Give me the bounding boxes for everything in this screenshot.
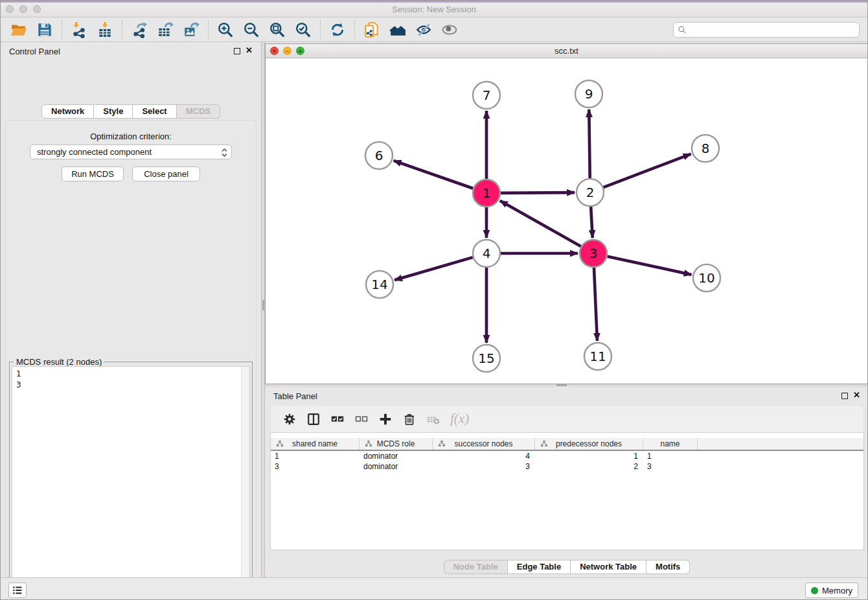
- tab-mcds[interactable]: MCDS: [177, 104, 220, 119]
- clone-network-button[interactable]: [360, 19, 383, 40]
- table-settings-button[interactable]: [279, 409, 301, 430]
- column-header-MCDS-role[interactable]: MCDS role: [360, 438, 433, 450]
- zoom-out-button[interactable]: [240, 19, 263, 40]
- table-cell[interactable]: 1: [535, 451, 643, 461]
- hide-selected-button[interactable]: [412, 19, 435, 40]
- column-header-predecessor-nodes[interactable]: predecessor nodes: [535, 438, 643, 450]
- table-cell[interactable]: 3: [271, 461, 360, 472]
- tab-edge-table[interactable]: Edge Table: [508, 560, 571, 574]
- export-image-button[interactable]: [179, 19, 203, 40]
- node-label-11: 11: [589, 349, 606, 364]
- refresh-button[interactable]: [326, 19, 349, 40]
- table-toolbar: f(x): [270, 405, 864, 432]
- memory-button[interactable]: Memory: [805, 583, 858, 598]
- houses-icon: [389, 21, 406, 38]
- delete-table-button: [422, 409, 444, 430]
- delete-column-button[interactable]: [398, 409, 420, 430]
- control-panel-title: Control Panel: [9, 47, 60, 56]
- node-label-6: 6: [375, 148, 383, 163]
- select-all-rows-button[interactable]: [326, 409, 348, 430]
- table-cell[interactable]: 4: [433, 451, 535, 461]
- result-scrollbar[interactable]: [241, 367, 249, 600]
- network-view-title: scc.txt: [266, 46, 867, 56]
- search-input[interactable]: [673, 22, 860, 38]
- table-cell[interactable]: dominator: [360, 461, 433, 472]
- node-label-1: 1: [483, 185, 491, 201]
- edge-1-6[interactable]: [394, 161, 474, 189]
- export-network-icon: [131, 21, 148, 38]
- edge-2-9[interactable]: [589, 110, 589, 178]
- export-table-button[interactable]: [154, 19, 177, 40]
- gear-icon: [282, 412, 297, 426]
- float-panel-icon[interactable]: [234, 48, 240, 54]
- show-all-button[interactable]: [438, 19, 461, 40]
- memory-status-icon: [811, 587, 818, 594]
- zoom-fit-icon: [269, 21, 286, 38]
- import-network-button[interactable]: [67, 19, 91, 40]
- node-label-14: 14: [371, 277, 387, 292]
- edge-1-2[interactable]: [501, 192, 575, 193]
- close-panel-icon[interactable]: ✕: [853, 390, 860, 400]
- column-header-name[interactable]: name: [643, 438, 698, 450]
- table-cell[interactable]: 1: [643, 451, 698, 461]
- show-columns-button[interactable]: [303, 409, 325, 430]
- tab-network-table[interactable]: Network Table: [571, 560, 646, 574]
- node-table: shared nameMCDS rolesuccessor nodesprede…: [270, 432, 864, 550]
- node-label-10: 10: [698, 270, 714, 286]
- float-panel-icon[interactable]: [841, 393, 848, 399]
- run-mcds-button[interactable]: Run MCDS: [62, 167, 124, 181]
- tab-style[interactable]: Style: [94, 104, 133, 119]
- close-panel-icon[interactable]: ✕: [246, 45, 253, 55]
- clone-network-icon: [363, 21, 380, 38]
- network-window-titlebar[interactable]: ✕ − + scc.txt: [266, 44, 867, 58]
- table-cell[interactable]: 3: [433, 461, 535, 472]
- column-header-shared-name[interactable]: shared name: [271, 438, 360, 450]
- table-cell[interactable]: dominator: [360, 451, 433, 461]
- deselect-all-rows-button[interactable]: [350, 409, 372, 430]
- table-cell[interactable]: 2: [535, 461, 643, 472]
- table-panel-title: Table Panel: [273, 391, 317, 401]
- table-cell[interactable]: 1: [271, 451, 360, 461]
- trash-icon: [402, 412, 417, 426]
- table-panel: Table Panel ✕: [265, 387, 868, 577]
- edge-3-1[interactable]: [500, 201, 581, 246]
- network-graph: 1234678910111415: [266, 58, 867, 384]
- table-panel-header: Table Panel ✕: [265, 387, 868, 405]
- main-titlebar: Session: New Session: [1, 1, 867, 17]
- zoom-selected-button[interactable]: [291, 19, 315, 40]
- edge-4-14[interactable]: [394, 257, 473, 280]
- edge-2-8[interactable]: [604, 154, 691, 188]
- zoom-in-icon: [217, 21, 234, 38]
- tab-select[interactable]: Select: [133, 104, 176, 119]
- network-canvas[interactable]: 1234678910111415: [266, 58, 867, 384]
- node-label-7: 7: [483, 87, 491, 103]
- zoom-in-button[interactable]: [214, 19, 237, 40]
- edge-3-11[interactable]: [594, 268, 597, 341]
- export-network-button[interactable]: [128, 19, 151, 40]
- tab-node-table[interactable]: Node Table: [444, 560, 508, 574]
- close-panel-button[interactable]: Close panel: [132, 167, 200, 181]
- tab-motifs[interactable]: Motifs: [646, 560, 690, 574]
- splitter-grip: [262, 300, 264, 310]
- columns-icon: [306, 412, 321, 426]
- tab-network[interactable]: Network: [41, 104, 94, 119]
- edge-3-10[interactable]: [607, 257, 691, 275]
- save-session-button[interactable]: [33, 19, 56, 40]
- delete-table-icon: [426, 412, 440, 426]
- edge-2-3[interactable]: [591, 207, 593, 238]
- eye-icon: [441, 21, 458, 38]
- column-header-successor-nodes[interactable]: successor nodes: [433, 438, 535, 450]
- import-table-button[interactable]: [93, 19, 117, 40]
- open-session-button[interactable]: [7, 19, 30, 40]
- table-row[interactable]: 3dominator323: [271, 461, 863, 472]
- show-log-button[interactable]: [8, 583, 27, 598]
- table-row[interactable]: 1dominator411: [271, 451, 863, 461]
- search-icon: [678, 25, 687, 34]
- zoom-fit-button[interactable]: [266, 19, 289, 40]
- mcds-result-textarea[interactable]: 1 3: [12, 366, 250, 600]
- home-button[interactable]: [386, 19, 409, 40]
- table-cell[interactable]: 3: [643, 461, 698, 472]
- refresh-icon: [329, 21, 346, 38]
- optimization-criterion-select[interactable]: strongly connected component: [30, 144, 232, 159]
- add-column-button[interactable]: [374, 409, 396, 430]
